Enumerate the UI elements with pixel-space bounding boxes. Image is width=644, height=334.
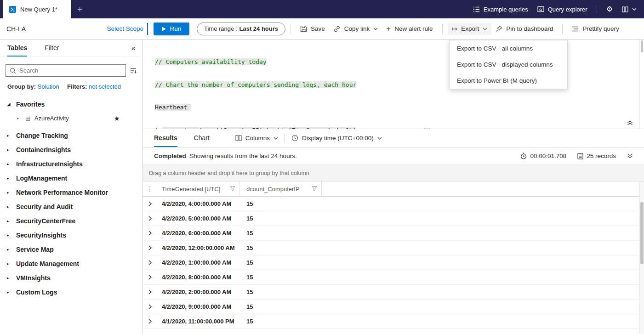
export-icon: ↦ [452,25,458,32]
group-by-value-link[interactable]: Solution [38,83,59,90]
tree-item-favorites[interactable]: ◢ Favorites [0,97,142,111]
table-row[interactable]: 4/2/2020, 8:00:00.000 AM 15 [143,270,639,285]
tab-results[interactable]: Results [154,129,177,147]
expand-row-icon[interactable] [148,231,152,236]
tree-item-group[interactable]: ▸SecurityCenterFree [0,214,142,228]
sort-filter-icon[interactable] [130,68,137,74]
tree-item-group[interactable]: ▸SecurityInsights [0,228,142,242]
copy-link-button[interactable]: Copy link [329,23,382,35]
tree-item-azureactivity[interactable]: ▸ ⊞ AzureActivity ★ [0,111,142,125]
query-explorer-button[interactable]: Query explorer [537,6,587,13]
toolbar-separator [562,24,563,34]
filter-funnel-icon[interactable] [230,186,235,192]
settings-gear-icon[interactable]: ⚙ [606,6,613,13]
tree-item-group[interactable]: ▸ContainerInsights [0,142,142,157]
filters-label: Filters: [67,83,87,90]
drag-handle-icon[interactable]: ⋮ [147,185,153,192]
tree-item-group[interactable]: ▸Update Management [0,256,142,271]
caret-collapsed-icon: ▸ [17,116,22,120]
favorite-star-icon[interactable]: ★ [114,114,120,123]
caret-expanded-icon: ◢ [7,102,11,107]
results-tabs: Results Chart Columns Display time (UTC+… [143,129,644,147]
caret-collapsed-icon: ▸ [7,276,11,280]
query-tab[interactable]: New Query 1* [3,0,71,18]
menu-item-export-csv-all[interactable]: Export to CSV - all columns [450,40,567,57]
editor-scrollbar[interactable] [639,40,644,129]
tree-item-group[interactable]: ▸InfrastructureInsights [0,157,142,171]
tree-item-group[interactable]: ▸Custom Logs [0,285,142,299]
save-icon [300,25,307,32]
display-time-button[interactable]: Display time (UTC+00:00) [291,129,382,147]
save-button[interactable]: Save [296,23,329,35]
expand-row-icon[interactable] [148,201,152,206]
table-row[interactable]: 4/2/2020, 6:00:00.000 AM 15 [143,226,639,241]
tab-filter[interactable]: Filter [45,40,59,57]
expand-row-icon[interactable] [148,216,152,221]
column-header-timegenerated[interactable]: TimeGenerated [UTC] [157,181,240,196]
tree-item-group[interactable]: ▸Service Map [0,242,142,256]
tree-item-group[interactable]: ▸Network Performance Monitor [0,185,142,199]
chevron-down-icon [632,8,637,11]
pin-to-dashboard-button[interactable]: Pin to dashboard [491,23,557,35]
caret-collapsed-icon: ▸ [7,147,11,152]
new-alert-rule-button[interactable]: + New alert rule [382,22,437,35]
table-row[interactable]: 4/2/2020, 5:00:00.000 AM 15 [143,211,639,226]
expand-row-icon[interactable] [148,275,152,280]
time-range-label: Time range : [204,25,238,32]
time-range-button[interactable]: Time range : Last 24 hours [197,23,285,35]
search-box[interactable] [6,64,126,77]
columns-button[interactable]: Columns [235,129,278,147]
tab-chart[interactable]: Chart [194,129,210,147]
menu-item-export-csv-displayed[interactable]: Export to CSV - displayed columns [450,57,567,73]
export-dropdown-menu: Export to CSV - all columns Export to CS… [449,40,568,89]
collapse-sidebar-icon[interactable]: « [131,40,136,57]
scrollbar-thumb[interactable] [641,40,643,52]
tree-item-group[interactable]: ▸Security and Audit [0,199,142,214]
chevron-down-icon [274,137,278,140]
prettify-query-button[interactable]: Prettify query [568,23,623,35]
filter-funnel-icon[interactable] [312,186,317,192]
expand-row-icon[interactable] [148,304,152,309]
tree-item-group[interactable]: ▸VMInsights [0,271,142,285]
table-row[interactable]: 4/2/2020, 1:00:00.000 AM 15 [143,255,639,270]
time-range-value: Last 24 hours [239,25,279,32]
caret-collapsed-icon: ▸ [7,290,11,294]
column-header-dcount[interactable]: dcount_ComputerIP [240,181,322,196]
select-scope-link[interactable]: Select Scope [107,25,143,32]
new-tab-button[interactable]: + [77,5,82,14]
caret-collapsed-icon: ▸ [7,204,11,209]
export-button[interactable]: ↦ Export [448,23,492,35]
expand-row-icon[interactable] [148,260,152,265]
tab-tables[interactable]: Tables [7,40,27,57]
code-text: Heartbeat [155,104,191,111]
table-row[interactable]: 4/2/2020, 4:00:00.000 AM 15 [143,197,639,211]
expand-row-icon[interactable] [148,245,152,250]
caret-collapsed-icon: ▸ [7,133,11,138]
expand-row-icon[interactable] [148,289,152,294]
table-row[interactable]: 4/2/2020, 9:00:00.000 AM 15 [143,300,639,314]
tree-item-group[interactable]: ▸LogManagement [0,171,142,185]
scrollbar-thumb[interactable] [640,202,644,264]
expand-results-meta-icon[interactable] [627,153,633,159]
group-by-drop-zone[interactable]: Drag a column header and drop it here to… [143,165,644,181]
menu-item-export-powerbi[interactable]: Export to Power BI (M query) [450,73,567,89]
display-time-label: Display time (UTC+00:00) [302,135,374,142]
code-comment: // Chart the number of computers sending… [155,81,356,88]
table-row[interactable]: 4/1/2020, 11:00:00.000 PM 15 [143,314,639,329]
results-scrollbar[interactable] [639,181,644,334]
group-by-row: Group by: Solution Filters: not selected [7,83,135,91]
tree-item-group[interactable]: ▸Change Tracking [0,128,142,142]
example-queries-button[interactable]: Example queries [473,6,528,13]
query-explorer-label: Query explorer [548,6,587,13]
table-row[interactable]: 4/2/2020, 2:00:00.000 AM 15 [143,285,639,300]
run-button[interactable]: Run [154,23,189,35]
expand-row-icon[interactable] [148,319,152,324]
splitter-handle[interactable]: … [423,123,431,130]
layout-columns-button[interactable] [622,6,637,12]
filters-value-link[interactable]: not selected [89,83,121,90]
table-row[interactable]: 4/2/2020, 12:00:00.000 AM 15 [143,241,639,255]
search-input[interactable] [19,67,122,74]
collapse-editor-icon[interactable] [627,120,633,125]
query-editor[interactable]: // Computers availability today // Chart… [143,40,644,129]
copy-link-label: Copy link [344,25,370,32]
